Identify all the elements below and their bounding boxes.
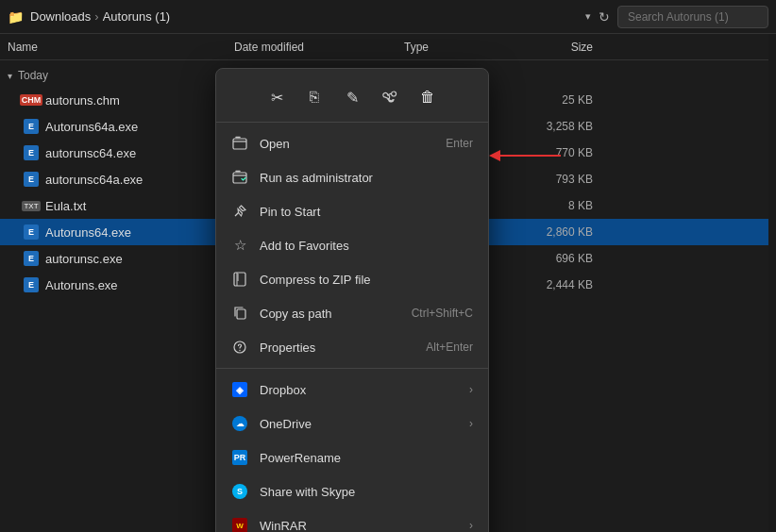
dropbox-label: Dropbox (260, 383, 458, 397)
scrollbar[interactable] (768, 34, 776, 532)
svg-rect-0 (233, 139, 246, 149)
titlebar-right: ▾ ↻ (585, 6, 768, 28)
breadcrumb-sep1: › (94, 9, 98, 24)
search-input[interactable] (617, 6, 768, 28)
properties-label: Properties (260, 341, 414, 355)
file-name: Autoruns64.exe (45, 225, 234, 240)
exe-file-icon: E (23, 276, 40, 293)
section-label: Today (18, 69, 48, 82)
txt-file-icon: TXT (23, 197, 40, 214)
col-type-header[interactable]: Type (404, 41, 517, 54)
separator-1 (216, 368, 488, 369)
context-menu-dropbox[interactable]: ◈ Dropbox › (216, 373, 488, 407)
onedrive-arrow-icon: › (469, 417, 473, 430)
svg-rect-1 (233, 173, 246, 183)
powerrename-icon: PR (231, 449, 248, 466)
winrar-icon: W (231, 517, 248, 532)
file-size: 2,860 KB (517, 225, 612, 239)
exe-file-icon: E (23, 224, 40, 241)
star-icon: ☆ (231, 237, 248, 254)
file-name: autorunsc.exe (45, 252, 234, 266)
breadcrumb-chevron-icon[interactable]: ▾ (585, 10, 591, 23)
open-shortcut: Enter (446, 137, 473, 150)
properties-shortcut: Alt+Enter (426, 341, 473, 354)
copy-icon[interactable]: ⎘ (299, 82, 329, 112)
exe-file-icon: E (23, 250, 40, 267)
context-menu-compress-zip[interactable]: Compress to ZIP file (216, 262, 488, 296)
context-menu-icon-bar: ✂ ⎘ ✎ 🗑 (216, 76, 488, 123)
context-menu-skype[interactable]: S Share with Skype (216, 474, 488, 508)
file-size: 696 KB (517, 252, 612, 265)
powerrename-label: PowerRename (260, 451, 473, 465)
context-menu: ✂ ⎘ ✎ 🗑 Open Enter (215, 68, 489, 532)
context-menu-powerrename[interactable]: PR PowerRename (216, 441, 488, 474)
context-menu-pin-start[interactable]: Pin to Start (216, 194, 488, 228)
column-headers: Name Date modified Type Size (0, 34, 776, 60)
col-date-header[interactable]: Date modified (234, 41, 404, 54)
open-label: Open (260, 137, 434, 151)
winrar-arrow-icon: › (469, 519, 473, 532)
svg-line-2 (235, 212, 239, 216)
file-size: 25 KB (517, 93, 612, 107)
section-chevron-icon: ▾ (8, 71, 12, 81)
file-name: autoruns.chm (45, 93, 234, 108)
onedrive-label: OneDrive (260, 417, 458, 431)
pin-label: Pin to Start (260, 205, 473, 219)
file-size: 2,444 KB (517, 278, 612, 291)
file-name: Autoruns.exe (45, 278, 234, 292)
file-size: 3,258 KB (517, 120, 612, 133)
winrar-label: WinRAR (260, 519, 458, 533)
breadcrumb-autoruns[interactable]: Autoruns (1) (103, 9, 171, 24)
delete-icon[interactable]: 🗑 (413, 82, 443, 112)
svg-rect-4 (237, 309, 245, 319)
svg-point-6 (239, 350, 240, 351)
context-menu-onedrive[interactable]: ☁ OneDrive › (216, 407, 488, 441)
runas-icon (231, 169, 248, 186)
pin-icon (231, 203, 248, 220)
exe-file-icon: E (23, 171, 40, 188)
context-menu-properties[interactable]: Properties Alt+Enter (216, 330, 488, 364)
svg-rect-3 (234, 273, 245, 286)
chm-file-icon: CHM (23, 91, 40, 108)
favorites-label: Add to Favorites (260, 239, 473, 253)
file-name: autorunsc64.exe (45, 146, 234, 160)
copypath-shortcut: Ctrl+Shift+C (412, 307, 473, 320)
folder-icon: 📁 (8, 9, 23, 25)
share-icon[interactable] (375, 82, 405, 112)
rename-icon[interactable]: ✎ (337, 82, 367, 112)
context-menu-winrar[interactable]: W WinRAR › (216, 508, 488, 532)
titlebar: 📁 Downloads › Autoruns (1) ▾ ↻ (0, 0, 776, 34)
properties-icon (231, 339, 248, 356)
context-menu-run-as-admin[interactable]: Run as administrator (216, 160, 488, 194)
breadcrumb: Downloads › Autoruns (1) (30, 9, 170, 24)
cut-icon[interactable]: ✂ (261, 82, 292, 112)
zip-icon (231, 271, 248, 288)
skype-label: Share with Skype (260, 485, 473, 499)
copypath-icon (231, 305, 248, 322)
dropbox-arrow-icon: › (469, 383, 473, 396)
file-name: Autoruns64a.exe (45, 120, 234, 134)
skype-icon: S (231, 483, 248, 500)
refresh-icon[interactable]: ↻ (599, 9, 610, 25)
file-size: 793 KB (517, 173, 612, 186)
exe-file-icon: E (23, 144, 40, 161)
zip-label: Compress to ZIP file (260, 273, 473, 287)
file-size: 770 KB (517, 146, 612, 159)
exe-file-icon: E (23, 118, 40, 135)
onedrive-icon: ☁ (231, 415, 248, 432)
file-name: autorunsc64a.exe (45, 173, 234, 187)
col-size-header[interactable]: Size (517, 41, 612, 54)
breadcrumb-downloads[interactable]: Downloads (30, 9, 91, 24)
context-menu-open[interactable]: Open Enter (216, 126, 488, 160)
context-menu-copy-path[interactable]: Copy as path Ctrl+Shift+C (216, 296, 488, 330)
context-menu-add-favorites[interactable]: ☆ Add to Favorites (216, 228, 488, 262)
dropbox-icon: ◈ (231, 381, 248, 398)
runas-label: Run as administrator (260, 171, 473, 185)
file-name: Eula.txt (45, 199, 234, 213)
open-icon (231, 135, 248, 152)
file-size: 8 KB (517, 199, 612, 212)
col-name-header[interactable]: Name (8, 41, 234, 54)
copypath-label: Copy as path (260, 307, 400, 321)
